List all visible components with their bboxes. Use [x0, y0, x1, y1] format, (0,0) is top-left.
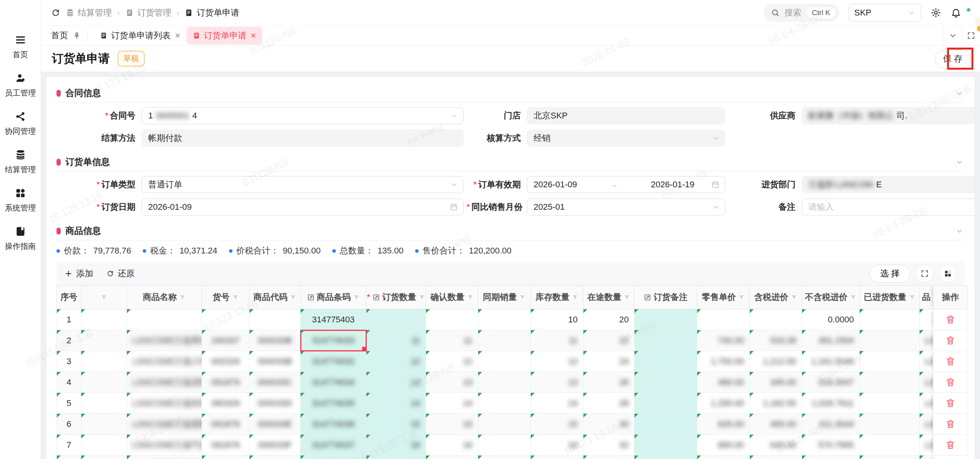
cell-商品条码[interactable]: 314774032	[301, 351, 366, 372]
cell-操作[interactable]	[933, 435, 968, 456]
collapse-chevron-icon[interactable]	[955, 158, 964, 166]
collapse-chevron-icon[interactable]	[955, 89, 964, 98]
cell-商品条码[interactable]: 314774034	[301, 372, 366, 393]
field-订单类型-select[interactable]: 普通订单	[142, 176, 463, 193]
filter-icon[interactable]	[791, 294, 797, 301]
cell-操作[interactable]	[933, 309, 968, 330]
summary-item: 售价合计：120,200.00	[415, 245, 511, 257]
cell-商品条码[interactable]: 314774037	[301, 435, 366, 456]
cell-库存数量: 16	[531, 435, 583, 456]
delete-row-button[interactable]	[945, 398, 956, 408]
cell-商品条码[interactable]: 314774033	[301, 330, 366, 351]
cell-订货备注[interactable]	[635, 330, 697, 351]
sidebar-item-结算管理[interactable]: 结算管理	[5, 149, 36, 175]
topbar: 结算管理›订货管理›订货单申请 搜索 Ctrl K SKP	[41, 0, 980, 26]
field-进货部门-input: 兰蔻部-LANCOME	[802, 176, 975, 193]
field-订货日期-datepicker[interactable]: 2026-01-09	[142, 199, 463, 216]
delete-row-button[interactable]	[945, 419, 956, 429]
delete-row-button[interactable]	[945, 314, 956, 325]
delete-row-button[interactable]	[945, 440, 956, 450]
close-icon[interactable]: ×	[251, 30, 256, 41]
cell-订货数量[interactable]: 12	[366, 351, 426, 372]
fullscreen-button[interactable]	[916, 265, 934, 283]
cell-操作[interactable]	[933, 393, 968, 414]
filter-icon[interactable]	[519, 294, 526, 301]
cell-操作[interactable]	[933, 351, 968, 372]
cell-商品条码[interactable]: 314774036	[301, 414, 366, 435]
filter-icon[interactable]	[467, 294, 474, 301]
cell-序号: 5	[56, 393, 81, 414]
cell-订货备注[interactable]	[635, 456, 697, 459]
sidebar-item-协同管理[interactable]: 协同管理	[5, 111, 36, 137]
notification-bell-icon[interactable]	[951, 7, 961, 18]
cell-商品条码[interactable]: 314774038	[301, 456, 366, 459]
field-合同号-select[interactable]: 106450014	[142, 107, 463, 124]
filter-icon[interactable]	[850, 294, 857, 301]
tabs-dropdown-button[interactable]	[944, 26, 962, 45]
field-备注-input[interactable]: 请输入	[802, 199, 975, 216]
filter-icon[interactable]	[101, 294, 107, 301]
field-label-同比销售月份: *同比销售月份	[467, 199, 524, 216]
tab-订货单申请[interactable]: 订货单申请×	[186, 27, 262, 45]
cell-订货数量[interactable]: 15	[366, 414, 426, 435]
cell-订货备注[interactable]	[635, 372, 697, 393]
breadcrumb-item[interactable]: 订货管理	[125, 7, 171, 19]
cell-订货备注[interactable]	[635, 309, 697, 330]
cell-订货数量[interactable]: 14	[366, 393, 426, 414]
tab-home[interactable]: 首页	[51, 30, 81, 41]
cell-订货备注[interactable]	[635, 393, 697, 414]
add-row-button[interactable]: 添加	[64, 268, 93, 279]
select-products-button[interactable]: 选 择	[869, 265, 910, 283]
cell-订货备注[interactable]	[635, 351, 697, 372]
cell-订货数量[interactable]	[366, 309, 426, 330]
cell-商品条码[interactable]: 314775403	[301, 309, 366, 330]
filter-icon[interactable]	[353, 294, 360, 301]
filter-icon[interactable]	[738, 294, 745, 301]
org-select[interactable]: SKP	[848, 4, 921, 22]
cell-订货数量[interactable]: 16	[366, 435, 426, 456]
delete-row-button[interactable]	[945, 356, 956, 367]
collapse-chevron-icon[interactable]	[955, 227, 964, 235]
cell-订货备注[interactable]	[635, 414, 697, 435]
search-input[interactable]: 搜索 Ctrl K	[764, 4, 840, 22]
breadcrumb-item[interactable]: 订货单申请	[185, 7, 239, 19]
cell-操作[interactable]	[933, 456, 968, 459]
pin-icon[interactable]	[73, 32, 81, 40]
cell-订货数量[interactable]: 13	[366, 372, 426, 393]
cell-订货数量[interactable]: 11	[366, 330, 426, 351]
cell-零售单价: 1,330.00	[697, 393, 750, 414]
refresh-icon[interactable]	[51, 8, 60, 17]
save-button[interactable]: 保 存	[935, 50, 971, 68]
column-settings-button[interactable]	[939, 265, 957, 283]
field-订单有效期-daterange[interactable]: 2026-01-09→2026-01-19	[527, 176, 725, 193]
cell-操作[interactable]	[933, 330, 968, 351]
cell-操作[interactable]	[933, 414, 968, 435]
filter-icon[interactable]	[572, 294, 578, 301]
filter-icon[interactable]	[290, 294, 296, 301]
cell-订货备注[interactable]	[635, 435, 697, 456]
cell-商品条码[interactable]: 314774035	[301, 393, 366, 414]
filter-icon[interactable]	[419, 294, 425, 301]
sidebar-item-首页[interactable]: 首页	[13, 34, 28, 60]
field-同比销售月份-select[interactable]: 2025-01	[527, 199, 725, 216]
share-icon	[15, 111, 26, 122]
filter-icon[interactable]	[909, 294, 915, 301]
filter-icon[interactable]	[624, 294, 630, 301]
filter-icon[interactable]	[179, 294, 186, 301]
staff-icon	[15, 72, 26, 84]
tab-订货单申请列表[interactable]: 订货单申请列表×	[94, 27, 186, 45]
cell-已进货数量	[860, 414, 920, 435]
delete-row-button[interactable]	[945, 377, 956, 387]
close-icon[interactable]: ×	[175, 30, 180, 41]
sidebar-item-操作指南[interactable]: 操作指南	[5, 226, 36, 252]
breadcrumb-item[interactable]: 结算管理	[66, 7, 112, 19]
cell-订货数量[interactable]: 17	[366, 456, 426, 459]
cell-操作[interactable]	[933, 372, 968, 393]
sidebar-item-员工管理[interactable]: 员工管理	[5, 72, 36, 98]
sidebar-item-系统管理[interactable]: 系统管理	[5, 187, 36, 213]
settings-gear-icon[interactable]	[930, 7, 941, 18]
filter-icon[interactable]	[232, 294, 239, 301]
cell-商品代码: 000033B	[250, 330, 301, 351]
delete-row-button[interactable]	[945, 335, 956, 346]
reset-button[interactable]: 还原	[106, 268, 135, 279]
